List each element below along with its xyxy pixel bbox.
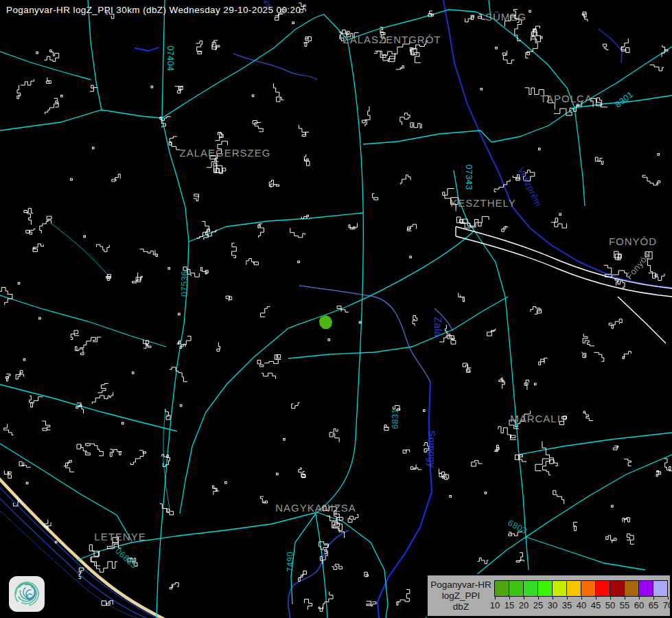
- area-label: Somogy: [426, 431, 437, 468]
- legend-tick-label: 30: [548, 600, 557, 610]
- legend-tick-label: 60: [634, 600, 644, 610]
- legend-tick-mark: [509, 597, 510, 599]
- legend-tick-label: 20: [519, 600, 529, 610]
- radar-viewer: SÜMEGZALASZENTGRÓTTAPOLCAZALAEGERSZEGKES…: [0, 0, 672, 618]
- product-title: Poganyvar-HR logZ_PPI 30km (dbZ) Wednesd…: [6, 5, 301, 15]
- radar-echo: [319, 315, 332, 329]
- city-label: NAGYKANIZSA: [275, 502, 356, 514]
- legend-title-block: Poganyvar-HR logZ_PPI dbZ: [428, 575, 494, 616]
- city-label: ZALASZENTGRÓT: [343, 34, 441, 45]
- legend-swatch: [538, 581, 553, 596]
- legend-unit: dbZ: [453, 602, 469, 613]
- area-label: Zala: [432, 317, 443, 336]
- road-number-label: 8301: [613, 89, 635, 109]
- legend-tick-mark: [596, 597, 596, 599]
- legend-tick-label: 65: [649, 600, 658, 610]
- legend-tick-label: 25: [533, 600, 543, 610]
- city-label: SÜMEG: [485, 11, 526, 23]
- legend-radar-name: Poganyvar-HR: [430, 580, 491, 591]
- legend-swatch: [610, 581, 625, 596]
- city-label: TAPOLCA: [540, 93, 592, 104]
- legend-swatch: [524, 581, 538, 596]
- logo-background: [9, 576, 45, 612]
- city-label: FONYÓD: [609, 236, 657, 247]
- met-service-spiral-logo: [9, 576, 45, 612]
- legend-swatch: [653, 581, 667, 596]
- legend-product-name: logZ_PPI: [442, 591, 480, 602]
- legend-tick-mark: [495, 597, 496, 599]
- legend-swatch: [639, 581, 653, 596]
- legend-swatch: [581, 581, 596, 596]
- legend-swatch: [567, 581, 581, 596]
- city-label: ZALAEGERSZEG: [180, 147, 271, 159]
- legend-tick-mark: [524, 597, 524, 599]
- legend-tick-mark: [567, 597, 568, 599]
- legend-tick-label: 50: [605, 600, 615, 610]
- legend-tick-mark: [668, 597, 669, 599]
- legend-tick-label: 35: [562, 600, 572, 610]
- radar-map-canvas: SÜMEGZALASZENTGRÓTTAPOLCAZALAEGERSZEGKES…: [0, 0, 672, 618]
- legend-tick-label: 55: [620, 600, 629, 610]
- legend-tick-mark: [653, 597, 654, 599]
- road-number-label: 07343: [464, 164, 474, 190]
- legend-tick-mark: [553, 597, 553, 599]
- radar-echo-layer: [319, 315, 332, 329]
- legend-tick-label: 45: [591, 600, 601, 610]
- legend-swatch: [596, 581, 610, 596]
- legend-tick-label: 70: [663, 600, 672, 610]
- legend-tick-mark: [625, 597, 625, 599]
- road-number-label: 07536: [180, 271, 189, 296]
- legend-swatch: [509, 581, 524, 596]
- legend-tick-label: 40: [577, 600, 586, 610]
- legend-tick-mark: [538, 597, 539, 599]
- city-label: LETENYE: [94, 531, 146, 542]
- legend-tick-label: 15: [505, 600, 514, 610]
- map-labels-layer: SÜMEGZALASZENTGRÓTTAPOLCAZALAEGERSZEGKES…: [94, 0, 657, 572]
- legend-swatch-row: [494, 580, 668, 597]
- legend-colorbar: 10152025303540455055606570: [494, 575, 670, 616]
- legend-swatch: [625, 581, 639, 596]
- legend-swatch: [553, 581, 567, 596]
- dbz-legend: Poganyvar-HR logZ_PPI dbZ 10152025303540…: [426, 574, 671, 617]
- legend-tick-mark: [639, 597, 640, 599]
- city-label: MARCALI: [510, 413, 561, 424]
- legend-tick-mark: [610, 597, 611, 599]
- road-number-label: 6831: [391, 409, 400, 429]
- city-label: KESZTHELY: [450, 197, 515, 209]
- road-number-label: 7490: [286, 551, 295, 572]
- legend-tick-mark: [581, 597, 582, 599]
- legend-tick-label: 10: [490, 600, 500, 610]
- road-number-label: 07404: [165, 45, 175, 71]
- legend-swatch: [495, 581, 509, 596]
